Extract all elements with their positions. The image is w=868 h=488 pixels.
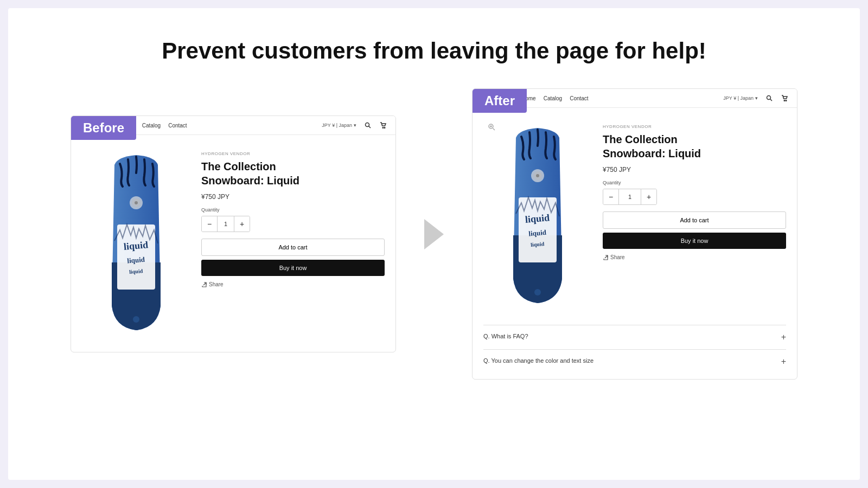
svg-point-3 bbox=[384, 127, 385, 129]
before-buy-now-button[interactable]: Buy it now bbox=[201, 260, 385, 276]
svg-line-12 bbox=[203, 282, 206, 285]
main-slide: Prevent customers from leaving the page … bbox=[8, 8, 860, 480]
svg-line-1 bbox=[369, 126, 371, 128]
after-qty-value: 1 bbox=[618, 189, 641, 204]
comparison-row: Before Home Catalog Contact JPY ¥ | Japa… bbox=[8, 88, 860, 380]
after-qty-decrease[interactable]: − bbox=[603, 189, 618, 204]
svg-text:liquid: liquid bbox=[127, 255, 145, 265]
svg-point-0 bbox=[366, 123, 369, 127]
before-cart-icon[interactable] bbox=[379, 121, 387, 129]
main-headline: Prevent customers from leaving the page … bbox=[8, 8, 860, 88]
after-snowboard-svg: liquid liquid liquid bbox=[497, 127, 578, 306]
after-product-price: ¥750 JPY bbox=[603, 166, 786, 174]
faq-item-1[interactable]: Q. What is FAQ? + bbox=[483, 325, 786, 349]
after-buy-now-button[interactable]: Buy it now bbox=[603, 233, 786, 249]
after-zoom-icon bbox=[488, 123, 496, 132]
svg-line-29 bbox=[605, 255, 608, 258]
svg-text:liquid: liquid bbox=[531, 241, 545, 248]
before-snowboard-svg: liquid liquid liquid bbox=[95, 154, 177, 333]
after-cart-icon[interactable] bbox=[781, 94, 788, 102]
before-product-area: liquid liquid liquid HYDROGEN VE bbox=[71, 135, 395, 352]
svg-point-16 bbox=[786, 100, 787, 101]
after-qty-label: Quantity bbox=[603, 180, 786, 185]
before-vendor-label: HYDROGEN VENDOR bbox=[201, 151, 385, 156]
after-qty-increase[interactable]: + bbox=[641, 189, 656, 204]
after-share-link[interactable]: Share bbox=[603, 254, 786, 260]
svg-point-2 bbox=[382, 127, 384, 129]
after-search-icon[interactable] bbox=[765, 94, 773, 102]
arrow-right-icon bbox=[424, 219, 444, 249]
before-nav-contact[interactable]: Contact bbox=[168, 123, 187, 129]
before-product-price: ¥750 JPY bbox=[201, 193, 385, 201]
svg-point-27 bbox=[536, 174, 539, 177]
after-currency-selector[interactable]: JPY ¥ | Japan ▾ bbox=[723, 95, 758, 101]
svg-line-14 bbox=[770, 99, 772, 101]
before-qty-control: − 1 + bbox=[201, 216, 250, 232]
after-nav-catalog[interactable]: Catalog bbox=[544, 95, 562, 101]
after-panel: After Home Catalog Contact JPY ¥ | Japan… bbox=[472, 88, 797, 380]
svg-text:liquid: liquid bbox=[525, 212, 550, 225]
comparison-arrow bbox=[418, 219, 450, 249]
before-qty-increase[interactable]: + bbox=[234, 216, 250, 232]
svg-point-28 bbox=[534, 289, 541, 296]
svg-text:liquid: liquid bbox=[129, 268, 143, 275]
faq-item-2[interactable]: Q. You can change the color and text siz… bbox=[483, 349, 786, 374]
before-label: Before bbox=[71, 116, 136, 140]
after-faq-section: Q. What is FAQ? + Q. You can change the … bbox=[473, 325, 797, 379]
after-add-cart-button[interactable]: Add to cart bbox=[603, 211, 786, 229]
before-panel: Before Home Catalog Contact JPY ¥ | Japa… bbox=[71, 115, 396, 352]
before-nav-catalog[interactable]: Catalog bbox=[142, 123, 161, 129]
faq-expand-2[interactable]: + bbox=[781, 357, 786, 366]
faq-expand-1[interactable]: + bbox=[781, 333, 786, 342]
svg-point-10 bbox=[135, 201, 138, 204]
before-qty-value: 1 bbox=[217, 216, 234, 232]
svg-text:liquid: liquid bbox=[528, 228, 547, 238]
before-qty-decrease[interactable]: − bbox=[202, 216, 217, 232]
before-share-icon bbox=[201, 282, 207, 287]
faq-question-1: Q. What is FAQ? bbox=[483, 333, 781, 339]
svg-point-15 bbox=[784, 100, 785, 101]
after-product-image: liquid liquid liquid bbox=[483, 119, 592, 314]
before-share-link[interactable]: Share bbox=[201, 281, 385, 287]
after-nav-contact[interactable]: Contact bbox=[570, 95, 588, 101]
svg-point-13 bbox=[767, 96, 771, 100]
before-search-icon[interactable] bbox=[364, 121, 372, 129]
after-share-icon bbox=[603, 255, 608, 260]
before-currency-selector[interactable]: JPY ¥ | Japan ▾ bbox=[322, 123, 356, 128]
after-vendor-label: HYDROGEN VENDOR bbox=[603, 124, 786, 129]
after-product-details: HYDROGEN VENDOR The Collection Snowboard… bbox=[603, 119, 786, 314]
after-product-title: The Collection Snowboard: Liquid bbox=[603, 132, 786, 160]
svg-point-11 bbox=[133, 316, 139, 323]
before-product-details: HYDROGEN VENDOR The Collection Snowboard… bbox=[201, 146, 385, 341]
faq-question-2: Q. You can change the color and text siz… bbox=[483, 357, 781, 364]
before-product-title: The Collection Snowboard: Liquid bbox=[201, 159, 385, 188]
after-label: After bbox=[473, 89, 527, 113]
before-qty-label: Quantity bbox=[201, 207, 385, 213]
svg-line-18 bbox=[493, 129, 495, 131]
before-product-image: liquid liquid liquid bbox=[82, 146, 190, 341]
after-product-area: liquid liquid liquid HYDROGEN VENDOR The… bbox=[473, 108, 797, 325]
after-qty-control: − 1 + bbox=[603, 189, 657, 205]
before-add-cart-button[interactable]: Add to cart bbox=[201, 239, 385, 256]
svg-text:liquid: liquid bbox=[123, 239, 149, 252]
